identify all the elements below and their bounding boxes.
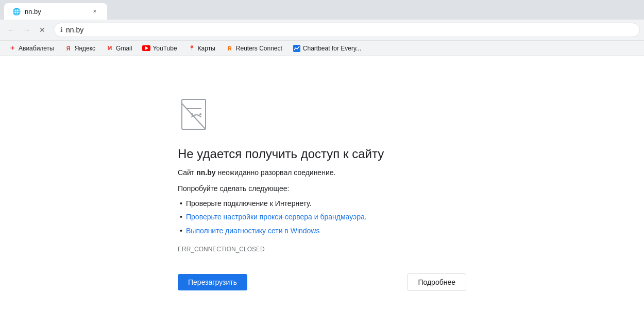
suggestion-3: Выполните диагностику сети в Windows <box>178 224 466 237</box>
chartbeat-favicon <box>293 44 301 53</box>
address-bar-row: ← → ✕ ℹ nn.by <box>0 20 644 40</box>
tab-title: nn.by <box>25 8 87 15</box>
back-button[interactable]: ← <box>4 23 19 37</box>
error-subtitle: Сайт nn.by неожиданно разорвал соединени… <box>178 167 466 178</box>
reload-page-button[interactable]: Перезагрузить <box>178 274 247 290</box>
details-button[interactable]: Подробнее <box>407 273 466 291</box>
reuters-favicon: R <box>226 44 234 53</box>
bookmark-gmail[interactable]: M Gmail <box>101 43 136 54</box>
suggestion-3-link[interactable]: Выполните диагностику сети в Windows <box>186 227 319 235</box>
error-buttons: Перезагрузить Подробнее <box>178 273 466 291</box>
bookmark-maps[interactable]: 📍 Карты <box>183 43 219 54</box>
browser-chrome: 🌐 nn.by × ← → ✕ ℹ nn.by ✈ Авиабилеты Я Я… <box>0 0 644 56</box>
address-favicon: ℹ <box>60 26 63 33</box>
bookmark-youtube[interactable]: YouTube <box>138 43 181 54</box>
error-subtitle-prefix: Сайт <box>178 168 196 177</box>
gmail-favicon: M <box>106 44 114 53</box>
error-container: Не удается получить доступ к сайту Сайт … <box>167 97 477 327</box>
error-site-name: nn.by <box>196 168 215 177</box>
forward-button[interactable]: → <box>20 23 34 37</box>
bookmark-gmail-label: Gmail <box>116 45 132 52</box>
active-tab[interactable]: 🌐 nn.by × <box>4 3 107 20</box>
tab-bar: 🌐 nn.by × <box>0 0 644 20</box>
address-text: nn.by <box>66 26 83 34</box>
tab-favicon: 🌐 <box>12 7 21 15</box>
error-subtitle-suffix: неожиданно разорвал соединение. <box>216 168 336 177</box>
reload-button[interactable]: ✕ <box>35 23 49 37</box>
suggestion-1: Проверьте подключение к Интернету. <box>178 197 466 210</box>
suggestion-2: Проверьте настройки прокси-сервера и бра… <box>178 210 466 223</box>
error-icon <box>178 97 215 134</box>
bookmark-chartbeat[interactable]: Chartbeat for Every... <box>289 43 365 54</box>
bookmark-youtube-label: YouTube <box>152 45 177 52</box>
bookmark-yandex-label: Яндекс <box>75 45 95 52</box>
error-title: Не удается получить доступ к сайту <box>178 147 466 161</box>
tab-close-button[interactable]: × <box>91 7 99 15</box>
page-content: Не удается получить доступ к сайту Сайт … <box>0 56 644 327</box>
suggestion-2-link[interactable]: Проверьте настройки прокси-сервера и бра… <box>186 213 367 221</box>
suggestion-1-text: Проверьте подключение к Интернету. <box>186 199 312 208</box>
error-code: ERR_CONNECTION_CLOSED <box>178 246 466 253</box>
bookmarks-bar: ✈ Авиабилеты Я Яндекс M Gmail YouTube 📍 … <box>0 40 644 56</box>
address-bar[interactable]: ℹ nn.by <box>54 23 640 37</box>
bookmark-yandex[interactable]: Я Яндекс <box>60 43 99 54</box>
bookmark-avia[interactable]: ✈ Авиабилеты <box>4 43 58 54</box>
error-suggestions-title: Попробуйте сделать следующее: <box>178 184 466 193</box>
bookmark-reuters-label: Reuters Connect <box>236 45 282 52</box>
nav-buttons: ← → ✕ <box>4 23 49 37</box>
bookmark-reuters[interactable]: R Reuters Connect <box>222 43 286 54</box>
youtube-favicon <box>142 44 150 53</box>
bookmark-maps-label: Карты <box>198 45 215 52</box>
svg-point-6 <box>199 113 201 115</box>
yandex-favicon: Я <box>64 44 73 53</box>
avia-favicon: ✈ <box>8 44 16 53</box>
error-suggestions-list: Проверьте подключение к Интернету. Прове… <box>178 197 466 237</box>
bookmark-chartbeat-label: Chartbeat for Every... <box>303 45 361 52</box>
maps-favicon: 📍 <box>188 44 196 53</box>
bookmark-avia-label: Авиабилеты <box>19 45 54 52</box>
